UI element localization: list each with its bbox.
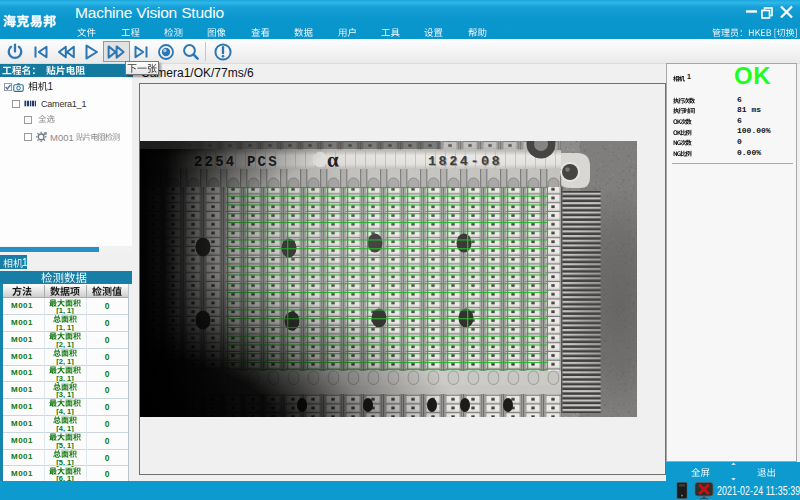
svg-text:1824-08: 1824-08 [428,154,502,169]
